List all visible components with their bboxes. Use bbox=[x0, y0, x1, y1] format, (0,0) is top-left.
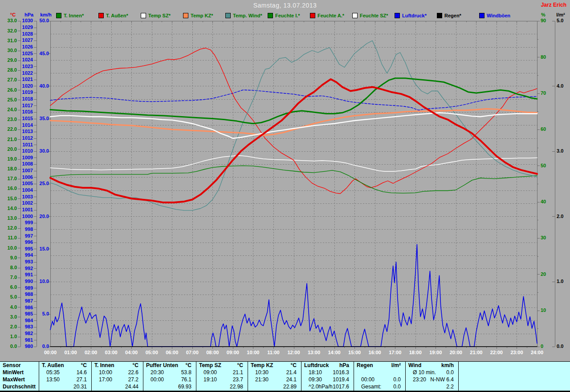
svg-text:0.0: 0.0 bbox=[557, 344, 563, 349]
svg-text:1005: 1005 bbox=[22, 181, 33, 186]
svg-text:19:00: 19:00 bbox=[429, 350, 442, 355]
avg-label bbox=[143, 383, 151, 390]
sensor-name: T. Innen bbox=[92, 362, 114, 369]
min-value: 53.8 bbox=[164, 369, 196, 376]
avg-label bbox=[196, 383, 204, 390]
max-time: 19:10 bbox=[196, 376, 217, 383]
legend-item-t-au-en-: T. Außen* bbox=[98, 12, 128, 19]
avg-label bbox=[406, 383, 413, 390]
svg-text:1000: 1000 bbox=[22, 214, 33, 219]
svg-text:03:00: 03:00 bbox=[105, 350, 118, 355]
series-lines bbox=[50, 40, 537, 347]
sensor-name: Temp KZ bbox=[248, 362, 273, 369]
svg-text:16:00: 16:00 bbox=[369, 350, 381, 355]
svg-text:994: 994 bbox=[25, 252, 33, 258]
avg-label bbox=[248, 383, 255, 390]
svg-text:12.0: 12.0 bbox=[8, 225, 17, 230]
table-col-t-au-en: T. Außen°C05:3514.613:5027.120.31 bbox=[39, 362, 92, 391]
svg-text:17.0: 17.0 bbox=[8, 176, 17, 181]
legend-item-t-innen-: T. Innen* bbox=[56, 12, 84, 19]
svg-text:986: 986 bbox=[25, 305, 33, 310]
max-time: 21:30 bbox=[248, 376, 269, 383]
svg-text:996: 996 bbox=[25, 239, 33, 245]
svg-text:16.0: 16.0 bbox=[8, 186, 17, 191]
svg-text:20.0: 20.0 bbox=[40, 214, 49, 219]
svg-text:995: 995 bbox=[25, 246, 33, 251]
svg-text:13.0: 13.0 bbox=[8, 215, 17, 221]
svg-text:25.0: 25.0 bbox=[40, 181, 49, 186]
svg-text:1009: 1009 bbox=[22, 155, 33, 160]
svg-text:30.0: 30.0 bbox=[40, 148, 49, 154]
svg-text:4.0: 4.0 bbox=[10, 304, 17, 310]
max-time: 17:00 bbox=[92, 376, 112, 383]
svg-text:5.0: 5.0 bbox=[10, 294, 17, 299]
svg-text:0.0: 0.0 bbox=[10, 344, 17, 349]
svg-text:13:00: 13:00 bbox=[308, 350, 320, 355]
avg-label: Gesamt: bbox=[354, 383, 381, 390]
svg-text:1007: 1007 bbox=[22, 168, 33, 173]
svg-text:25.0: 25.0 bbox=[8, 97, 17, 102]
svg-text:40: 40 bbox=[541, 199, 546, 204]
min-value: 22.6 bbox=[112, 369, 143, 376]
legend-label: Windböen bbox=[487, 13, 510, 18]
weather-station-window: 0.01.02.03.04.05.06.07.08.09.010.011.012… bbox=[0, 0, 570, 392]
svg-text:3.0: 3.0 bbox=[557, 148, 563, 154]
svg-text:1001: 1001 bbox=[22, 207, 33, 212]
table-col-regen: Regenl/m²00:000.0Gesamt:0.0 bbox=[354, 362, 406, 391]
legend-swatch bbox=[56, 13, 61, 18]
svg-text:984: 984 bbox=[25, 318, 33, 323]
legend-item-luftdruck-: Luftdruck* bbox=[395, 12, 427, 19]
svg-text:981: 981 bbox=[25, 337, 33, 343]
legend-item-temp-kz-: Temp KZ* bbox=[183, 12, 213, 19]
sensor-name: Puffer Unten bbox=[143, 362, 178, 369]
svg-text:12:00: 12:00 bbox=[287, 350, 300, 355]
legend-item-temp-sz-: Temp SZ* bbox=[141, 12, 171, 19]
svg-text:2.0: 2.0 bbox=[10, 324, 17, 329]
svg-text:1026: 1026 bbox=[22, 44, 33, 49]
svg-text:26.0: 26.0 bbox=[8, 87, 17, 93]
svg-text:70: 70 bbox=[541, 90, 546, 96]
svg-text:10: 10 bbox=[541, 307, 546, 313]
row-label: MinWert bbox=[0, 369, 39, 376]
gridlines bbox=[50, 21, 537, 347]
svg-text:4.0: 4.0 bbox=[557, 83, 563, 89]
svg-text:9.0: 9.0 bbox=[10, 255, 17, 260]
max-value: 23.7 bbox=[217, 376, 248, 383]
svg-text:998: 998 bbox=[25, 226, 33, 232]
legend-item-feuchte-a-: Feuchte A.* bbox=[310, 12, 344, 19]
svg-text:997: 997 bbox=[25, 233, 33, 238]
svg-text:988: 988 bbox=[25, 291, 33, 297]
svg-text:22.0: 22.0 bbox=[8, 126, 17, 132]
svg-text:07:00: 07:00 bbox=[186, 350, 199, 355]
svg-text:999: 999 bbox=[25, 220, 33, 225]
sensor-unit: °C bbox=[221, 362, 248, 369]
svg-text:23:00: 23:00 bbox=[510, 350, 523, 355]
svg-text:15:00: 15:00 bbox=[348, 350, 361, 355]
svg-text:993: 993 bbox=[25, 259, 33, 264]
svg-text:992: 992 bbox=[25, 266, 33, 271]
legend-swatch bbox=[310, 13, 315, 18]
svg-text:1004: 1004 bbox=[22, 187, 33, 193]
table-col-temp-sz: Temp SZ°C09:0021.119:1023.722.98 bbox=[196, 362, 248, 391]
min-time: 09:00 bbox=[196, 369, 217, 376]
legend-swatch bbox=[183, 13, 188, 18]
avg-value: 0.0 bbox=[381, 383, 405, 390]
svg-text:1013: 1013 bbox=[22, 129, 33, 134]
svg-text:11:00: 11:00 bbox=[267, 350, 280, 355]
svg-text:1022: 1022 bbox=[22, 70, 33, 76]
table-col-wind: Windkm/hØ 10 min.0.023:20N-NW 6.42.2 bbox=[406, 362, 459, 391]
svg-text:21.0: 21.0 bbox=[8, 137, 17, 142]
sensor-unit: l/m² bbox=[373, 362, 405, 369]
min-time bbox=[354, 369, 361, 376]
svg-text:20:00: 20:00 bbox=[450, 350, 462, 355]
max-time: 00:00 bbox=[143, 376, 164, 383]
svg-text:50: 50 bbox=[541, 163, 546, 168]
svg-text:1019: 1019 bbox=[22, 89, 33, 95]
svg-text:19.0: 19.0 bbox=[8, 156, 17, 162]
sensor-unit: km/h bbox=[421, 362, 458, 369]
svg-text:1010: 1010 bbox=[22, 148, 33, 154]
sensor-unit: °C bbox=[114, 362, 143, 369]
legend-label: T. Innen* bbox=[64, 13, 84, 18]
svg-text:983: 983 bbox=[25, 324, 33, 329]
min-value: 14.6 bbox=[60, 369, 91, 376]
